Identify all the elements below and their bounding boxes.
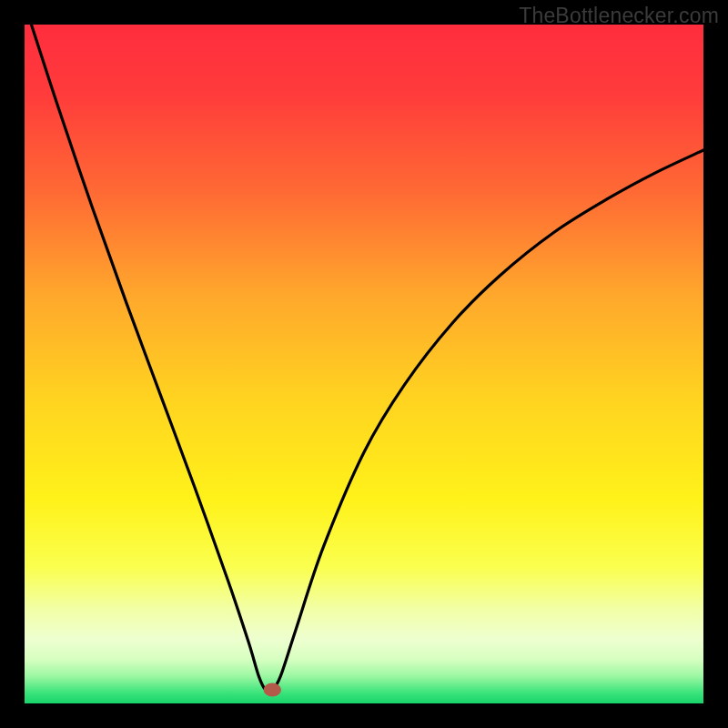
watermark-text: TheBottlenecker.com [519, 4, 719, 28]
chart-background [25, 25, 703, 703]
bottleneck-chart [25, 25, 703, 703]
operating-point-marker [264, 683, 281, 697]
chart-frame: TheBottlenecker.com [0, 0, 728, 728]
